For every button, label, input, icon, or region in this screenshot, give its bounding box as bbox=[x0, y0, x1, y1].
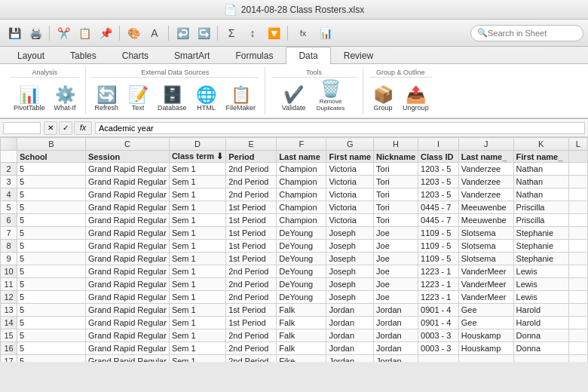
table-cell[interactable]: Champion bbox=[277, 188, 326, 201]
table-cell[interactable]: Joe bbox=[374, 227, 418, 240]
table-cell[interactable]: 2nd Period bbox=[226, 329, 277, 342]
table-cell[interactable]: 2nd Period bbox=[226, 163, 277, 176]
sheet-table-wrapper[interactable]: B C D E F G H I J K L School Session bbox=[0, 137, 588, 362]
table-cell[interactable]: Joe bbox=[374, 291, 418, 304]
tab-review[interactable]: Review bbox=[331, 47, 386, 64]
table-cell[interactable]: 5 bbox=[17, 176, 86, 188]
table-cell[interactable]: 2nd Period bbox=[226, 291, 277, 304]
table-cell[interactable]: Houskamp bbox=[458, 342, 513, 355]
tab-layout[interactable]: Layout bbox=[5, 47, 57, 64]
table-cell[interactable]: Tori bbox=[374, 201, 418, 214]
table-cell[interactable]: 1st Period bbox=[226, 201, 277, 214]
table-cell[interactable]: Donna bbox=[513, 342, 568, 355]
search-input[interactable] bbox=[488, 29, 578, 38]
table-cell[interactable]: Grand Rapid Regular bbox=[85, 214, 169, 227]
table-cell[interactable]: Sem 1 bbox=[169, 265, 225, 278]
table-cell[interactable] bbox=[458, 355, 513, 363]
table-cell[interactable]: VanderMeer bbox=[458, 265, 513, 278]
table-cell[interactable]: DeYoung bbox=[277, 240, 326, 253]
redo-button[interactable]: ↪️ bbox=[194, 23, 213, 43]
table-cell[interactable] bbox=[568, 240, 587, 253]
table-cell[interactable]: Slotsema bbox=[458, 240, 513, 253]
table-cell[interactable]: Victoria bbox=[326, 201, 374, 214]
table-cell[interactable]: DeYoung bbox=[277, 291, 326, 304]
row-header[interactable]: 17 bbox=[1, 355, 17, 363]
table-cell[interactable]: Vanderzee bbox=[458, 188, 513, 201]
formula-button[interactable]: fx bbox=[292, 23, 314, 43]
table-cell[interactable]: 5 bbox=[17, 201, 86, 214]
table-cell[interactable]: Grand Rapid Regular bbox=[85, 355, 169, 363]
table-cell[interactable]: 5 bbox=[17, 278, 86, 291]
table-cell[interactable]: 0003 - 3 bbox=[418, 329, 459, 342]
col-header-j[interactable]: J bbox=[458, 138, 513, 151]
table-cell[interactable]: Grand Rapid Regular bbox=[85, 253, 169, 265]
formula-cancel-button[interactable]: ✕ bbox=[44, 121, 57, 135]
table-cell[interactable]: 1223 - 1 bbox=[418, 278, 459, 291]
table-cell[interactable]: 1203 - 5 bbox=[418, 176, 459, 188]
table-cell[interactable]: Grand Rapid Regular bbox=[85, 163, 169, 176]
html-button[interactable]: 🌐 HTML bbox=[193, 85, 220, 113]
reference-button[interactable]: 📊 bbox=[316, 23, 335, 43]
table-cell[interactable]: 1st Period bbox=[226, 317, 277, 329]
table-cell[interactable]: 2nd Period bbox=[226, 355, 277, 363]
print-button[interactable]: 🖨️ bbox=[26, 23, 45, 43]
table-cell[interactable]: Sem 1 bbox=[169, 291, 225, 304]
text-button[interactable]: 📝 Text bbox=[124, 85, 152, 113]
table-cell[interactable]: Sem 1 bbox=[169, 355, 225, 363]
table-cell[interactable]: Jordan bbox=[374, 317, 418, 329]
table-cell[interactable]: Champion bbox=[277, 201, 326, 214]
col-header-b[interactable]: B bbox=[17, 138, 86, 151]
col-header-h[interactable]: H bbox=[374, 138, 418, 151]
table-cell[interactable] bbox=[568, 176, 587, 188]
table-cell[interactable]: 1st Period bbox=[226, 227, 277, 240]
filter-button[interactable]: 🔽 bbox=[264, 23, 283, 43]
whatif-button[interactable]: ⚙️ What-If bbox=[51, 85, 79, 113]
table-cell[interactable]: Jordan bbox=[374, 342, 418, 355]
format-button[interactable]: 🎨 bbox=[124, 23, 143, 43]
table-cell[interactable] bbox=[568, 227, 587, 240]
table-cell[interactable]: Falk bbox=[277, 304, 326, 317]
table-cell[interactable]: Stephanie bbox=[513, 253, 568, 265]
sum-button[interactable]: Σ bbox=[222, 23, 241, 43]
table-cell[interactable] bbox=[568, 253, 587, 265]
table-cell[interactable]: DeYoung bbox=[277, 253, 326, 265]
table-cell[interactable]: Houskamp bbox=[458, 329, 513, 342]
table-cell[interactable]: Champion bbox=[277, 163, 326, 176]
table-cell[interactable]: Vanderzee bbox=[458, 163, 513, 176]
table-cell[interactable]: 5 bbox=[17, 240, 86, 253]
table-cell[interactable]: 5 bbox=[17, 253, 86, 265]
row-header[interactable]: 9 bbox=[1, 253, 17, 265]
col-header-e[interactable]: E bbox=[226, 138, 277, 151]
row-header[interactable]: 16 bbox=[1, 342, 17, 355]
table-cell[interactable]: Gee bbox=[458, 317, 513, 329]
table-cell[interactable]: Grand Rapid Regular bbox=[85, 227, 169, 240]
tab-formulas[interactable]: Formulas bbox=[222, 47, 286, 64]
table-cell[interactable] bbox=[568, 188, 587, 201]
table-cell[interactable]: 1st Period bbox=[226, 214, 277, 227]
table-cell[interactable]: Victoria bbox=[326, 188, 374, 201]
formula-confirm-button[interactable]: ✓ bbox=[59, 121, 72, 135]
table-cell[interactable]: Vanderzee bbox=[458, 176, 513, 188]
table-cell[interactable]: Nathan bbox=[513, 176, 568, 188]
table-cell[interactable]: Sem 1 bbox=[169, 253, 225, 265]
table-cell[interactable]: Jordan bbox=[374, 304, 418, 317]
table-cell[interactable]: Slotsema bbox=[458, 227, 513, 240]
table-cell[interactable]: Grand Rapid Regular bbox=[85, 329, 169, 342]
row-header[interactable]: 14 bbox=[1, 317, 17, 329]
table-cell[interactable] bbox=[568, 214, 587, 227]
validate-button[interactable]: ✔️ Validate bbox=[279, 85, 309, 113]
table-cell[interactable]: 2nd Period bbox=[226, 342, 277, 355]
table-cell[interactable]: Grand Rapid Regular bbox=[85, 304, 169, 317]
table-cell[interactable] bbox=[513, 355, 568, 363]
group-button[interactable]: 📦 Group bbox=[369, 85, 397, 113]
table-cell[interactable]: VanderMeer bbox=[458, 278, 513, 291]
table-cell[interactable] bbox=[418, 355, 459, 363]
table-cell[interactable]: 2nd Period bbox=[226, 278, 277, 291]
table-cell[interactable]: Sem 1 bbox=[169, 176, 225, 188]
save-button[interactable]: 💾 bbox=[5, 23, 24, 43]
table-cell[interactable]: Jordan bbox=[326, 355, 374, 363]
table-cell[interactable]: Falk bbox=[277, 342, 326, 355]
table-cell[interactable] bbox=[568, 317, 587, 329]
table-cell[interactable]: Jordan bbox=[374, 355, 418, 363]
table-cell[interactable]: Meeuwenbe bbox=[458, 201, 513, 214]
